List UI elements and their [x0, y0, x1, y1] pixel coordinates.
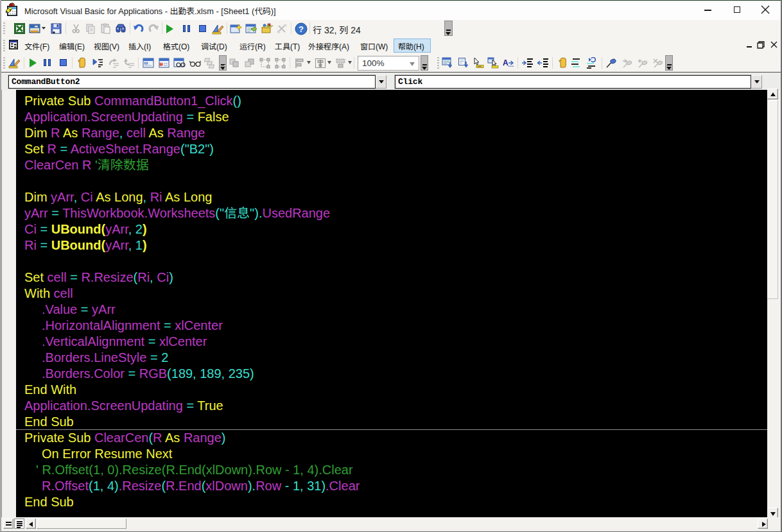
svg-text:?: ?	[299, 24, 304, 34]
svg-text:A: A	[503, 58, 508, 67]
